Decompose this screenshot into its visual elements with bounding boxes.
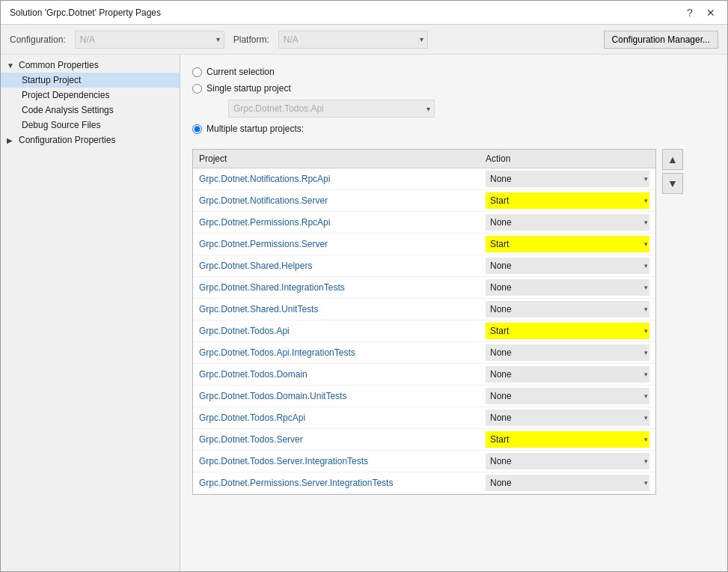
single-startup-label[interactable]: Single startup project [207, 83, 291, 94]
table-row: Grpc.Dotnet.Todos.DomainNoneStartStart w… [193, 364, 655, 386]
sidebar-item-label: Project Dependencies [22, 90, 109, 100]
projects-table-section: Project Action Grpc.Dotnet.Notifications… [192, 149, 715, 495]
help-button[interactable]: ? [682, 5, 697, 20]
action-select[interactable]: NoneStartStart without debugging [486, 453, 649, 469]
project-cell: Grpc.Dotnet.Shared.UnitTests [193, 299, 480, 320]
table-row: Grpc.Dotnet.Shared.HelpersNoneStartStart… [193, 255, 655, 277]
action-select[interactable]: NoneStartStart without debugging [486, 236, 649, 252]
table-row: Grpc.Dotnet.Todos.Api.IntegrationTestsNo… [193, 342, 655, 364]
single-project-select-wrapper: Grpc.Dotnet.Todos.Api [210, 100, 435, 118]
projects-table: Project Action Grpc.Dotnet.Notifications… [193, 150, 655, 494]
projects-table-container: Project Action Grpc.Dotnet.Notifications… [192, 149, 656, 495]
action-cell: NoneStartStart without debugging [480, 472, 655, 494]
sidebar-item-config-properties[interactable]: ▶ Configuration Properties [1, 133, 180, 147]
main-window: Solution 'Grpc.Dotnet' Property Pages ? … [0, 0, 728, 572]
sidebar-item-label: Startup Project [22, 75, 81, 85]
table-row: Grpc.Dotnet.Shared.IntegrationTestsNoneS… [193, 277, 655, 299]
sidebar-item-label: Code Analysis Settings [22, 105, 114, 115]
project-cell: Grpc.Dotnet.Todos.Domain.UnitTests [193, 386, 480, 407]
sidebar-item-code-analysis[interactable]: Code Analysis Settings [1, 103, 180, 118]
single-startup-row: Single startup project [192, 83, 715, 94]
project-cell: Grpc.Dotnet.Shared.IntegrationTests [193, 277, 480, 299]
project-cell: Grpc.Dotnet.Todos.Api [193, 320, 480, 342]
sidebar-item-common-properties[interactable]: ▼ Common Properties [1, 58, 180, 73]
project-cell: Grpc.Dotnet.Todos.Domain [193, 364, 480, 386]
table-row: Grpc.Dotnet.Permissions.Server.Integrati… [193, 472, 655, 494]
project-cell: Grpc.Dotnet.Todos.Api.IntegrationTests [193, 342, 480, 364]
action-select[interactable]: NoneStartStart without debugging [486, 192, 649, 209]
action-cell: NoneStartStart without debugging [480, 212, 655, 234]
table-row: Grpc.Dotnet.Shared.UnitTestsNoneStartSta… [193, 299, 655, 320]
sidebar-item-label: Configuration Properties [19, 135, 115, 145]
title-bar: Solution 'Grpc.Dotnet' Property Pages ? … [1, 1, 727, 25]
action-select[interactable]: NoneStartStart without debugging [486, 475, 649, 491]
action-select[interactable]: NoneStartStart without debugging [486, 410, 649, 426]
current-selection-label[interactable]: Current selection [207, 67, 275, 77]
table-row: Grpc.Dotnet.Todos.RpcApiNoneStartStart w… [193, 407, 655, 429]
single-startup-radio[interactable] [192, 84, 202, 94]
multiple-startup-label[interactable]: Multiple startup projects: [207, 124, 304, 134]
multiple-startup-row: Multiple startup projects: [192, 124, 715, 134]
action-select[interactable]: NoneStartStart without debugging [486, 171, 649, 187]
table-row: Grpc.Dotnet.Todos.ApiNoneStartStart with… [193, 320, 655, 342]
action-select[interactable]: NoneStartStart without debugging [486, 214, 649, 231]
action-cell: NoneStartStart without debugging [480, 342, 655, 364]
content-area: Current selection Single startup project… [180, 55, 727, 571]
project-cell: Grpc.Dotnet.Todos.Server [193, 429, 480, 451]
sidebar-item-project-dependencies[interactable]: Project Dependencies [1, 88, 180, 103]
project-cell: Grpc.Dotnet.Permissions.Server.Integrati… [193, 472, 480, 494]
move-up-button[interactable]: ▲ [662, 149, 683, 170]
action-select[interactable]: NoneStartStart without debugging [486, 366, 649, 383]
title-bar-controls: ? ✕ [682, 5, 718, 20]
action-cell: NoneStartStart without debugging [480, 299, 655, 320]
configuration-select[interactable]: N/A [75, 31, 224, 49]
project-column-header: Project [193, 150, 480, 168]
action-cell: NoneStartStart without debugging [480, 407, 655, 429]
action-select[interactable]: NoneStartStart without debugging [486, 301, 649, 317]
project-cell: Grpc.Dotnet.Notifications.RpcApi [193, 168, 480, 190]
sidebar: ▼ Common Properties Startup Project Proj… [1, 55, 180, 571]
action-cell: NoneStartStart without debugging [480, 451, 655, 472]
action-select[interactable]: NoneStartStart without debugging [486, 344, 649, 361]
table-row: Grpc.Dotnet.Notifications.ServerNoneStar… [193, 190, 655, 212]
project-cell: Grpc.Dotnet.Notifications.Server [193, 190, 480, 212]
current-selection-row: Current selection [192, 67, 715, 77]
action-select[interactable]: NoneStartStart without debugging [486, 431, 649, 448]
multiple-startup-radio[interactable] [192, 124, 202, 134]
configuration-label: Configuration: [10, 34, 66, 45]
single-project-select[interactable]: Grpc.Dotnet.Todos.Api [228, 100, 435, 118]
action-cell: NoneStartStart without debugging [480, 320, 655, 342]
project-cell: Grpc.Dotnet.Todos.Server.IntegrationTest… [193, 451, 480, 472]
startup-options: Current selection Single startup project… [192, 67, 715, 140]
action-cell: NoneStartStart without debugging [480, 190, 655, 212]
platform-label: Platform: [233, 34, 269, 45]
main-content: ▼ Common Properties Startup Project Proj… [1, 55, 727, 571]
sidebar-item-label: Debug Source Files [22, 120, 100, 130]
action-cell: NoneStartStart without debugging [480, 429, 655, 451]
action-select[interactable]: NoneStartStart without debugging [486, 279, 649, 296]
action-select[interactable]: NoneStartStart without debugging [486, 323, 649, 339]
platform-select[interactable]: N/A [278, 31, 428, 49]
move-down-button[interactable]: ▼ [662, 173, 683, 194]
close-button[interactable]: ✕ [703, 5, 718, 20]
action-cell: NoneStartStart without debugging [480, 364, 655, 386]
table-side-buttons: ▲ ▼ [662, 149, 683, 194]
project-cell: Grpc.Dotnet.Shared.Helpers [193, 255, 480, 277]
sidebar-item-startup-project[interactable]: Startup Project [1, 73, 180, 88]
action-select[interactable]: NoneStartStart without debugging [486, 258, 649, 274]
arrow-icon: ▼ [7, 61, 16, 70]
table-row: Grpc.Dotnet.Permissions.ServerNoneStartS… [193, 234, 655, 255]
table-row: Grpc.Dotnet.Notifications.RpcApiNoneStar… [193, 168, 655, 190]
action-cell: NoneStartStart without debugging [480, 255, 655, 277]
config-manager-button[interactable]: Configuration Manager... [604, 31, 718, 49]
project-cell: Grpc.Dotnet.Permissions.RpcApi [193, 212, 480, 234]
current-selection-radio[interactable] [192, 67, 202, 77]
table-row: Grpc.Dotnet.Todos.ServerNoneStartStart w… [193, 429, 655, 451]
project-cell: Grpc.Dotnet.Permissions.Server [193, 234, 480, 255]
sidebar-item-debug-source[interactable]: Debug Source Files [1, 118, 180, 133]
project-cell: Grpc.Dotnet.Todos.RpcApi [193, 407, 480, 429]
arrow-icon: ▶ [7, 136, 16, 144]
configuration-select-wrapper: N/A [75, 31, 224, 49]
action-cell: NoneStartStart without debugging [480, 277, 655, 299]
action-select[interactable]: NoneStartStart without debugging [486, 388, 649, 404]
